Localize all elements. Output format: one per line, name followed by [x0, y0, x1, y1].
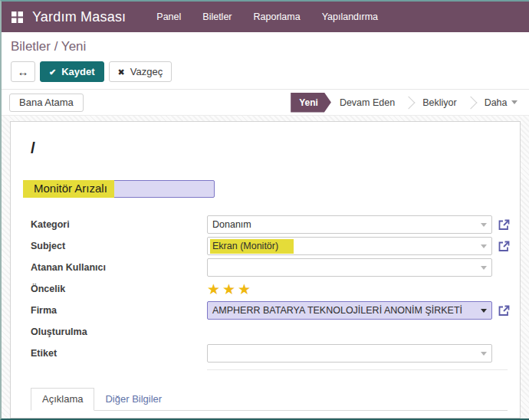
caret-down-icon	[481, 352, 487, 359]
field-row-oncelik: Öncelik	[31, 278, 508, 300]
external-link-icon[interactable]	[498, 304, 511, 317]
field-label-firma: Firma	[31, 305, 207, 316]
apps-grid-icon[interactable]	[12, 11, 23, 23]
etiket-select[interactable]	[207, 344, 492, 363]
field-row-etiket: Etiket	[31, 343, 508, 364]
field-label-olusturulma: Oluşturulma	[31, 326, 207, 337]
save-button[interactable]: Kaydet	[40, 61, 104, 82]
stage-more-label: Daha	[485, 97, 508, 108]
stage-pipeline: Yeni Devam Eden Bekliyor Daha	[291, 93, 526, 113]
caret-down-icon	[481, 244, 487, 251]
breadcrumb: Biletler / Yeni	[11, 39, 520, 54]
nav-item-raporlama[interactable]: Raporlama	[243, 2, 311, 31]
kategori-select[interactable]: Donanım	[207, 215, 492, 234]
ticket-display-name: /	[31, 139, 508, 157]
field-label-subject: Subject	[31, 241, 207, 251]
field-row-subject: Subject Ekran (Monitör)	[31, 235, 508, 257]
firma-select[interactable]: AMPHERR BATARYA TEKNOLOJİLERİ ANONİM ŞİR…	[207, 301, 492, 320]
assign-to-me-button[interactable]: Bana Atama	[9, 94, 84, 112]
arrows-h-icon	[18, 65, 29, 78]
nav-item-yapilandirma[interactable]: Yapılandırma	[311, 2, 389, 31]
caret-down-icon	[481, 309, 487, 316]
caret-down-icon	[511, 100, 518, 107]
field-label-oncelik: Öncelik	[31, 284, 207, 294]
expand-button[interactable]	[11, 61, 35, 82]
helpdesk-ticket-form-window: Yardım Masası Panel Biletler Raporlama Y…	[0, 0, 529, 420]
chevron-right-icon	[402, 96, 416, 109]
atanan-kullanici-select[interactable]	[207, 258, 492, 277]
field-row-kategori: Kategori Donanım	[31, 214, 508, 235]
chevron-right-icon	[464, 96, 477, 109]
field-label-etiket: Etiket	[31, 348, 207, 359]
star-icon[interactable]	[222, 282, 235, 297]
breadcrumb-current: Yeni	[61, 39, 86, 54]
discard-button[interactable]: Vazgeç	[109, 61, 172, 82]
tab-diger-bilgiler[interactable]: Diğer Bilgiler	[94, 389, 172, 410]
stage-more-dropdown[interactable]: Daha	[476, 97, 526, 108]
ticket-name-input[interactable]: Monitör Arızalı	[31, 180, 215, 198]
app-title[interactable]: Yardım Masası	[32, 9, 126, 25]
field-row-olusturulma: Oluşturulma	[31, 321, 508, 343]
star-icon[interactable]	[238, 282, 251, 297]
stage-bekliyor[interactable]: Bekliyor	[414, 97, 465, 108]
notebook-tab-strip: Açıklama Diğer Bilgiler	[31, 388, 508, 411]
nav-item-biletler[interactable]: Biletler	[192, 2, 242, 31]
save-button-label: Kaydet	[61, 66, 94, 77]
x-icon	[118, 66, 125, 77]
tab-aciklama[interactable]: Açıklama	[31, 388, 94, 411]
caret-down-icon	[481, 266, 487, 273]
action-button-row: Kaydet Vazgeç	[11, 61, 520, 82]
caret-down-icon	[481, 223, 487, 230]
kategori-value: Donanım	[212, 219, 251, 230]
firma-value: AMPHERR BATARYA TEKNOLOJİLERİ ANONİM ŞİR…	[212, 305, 462, 316]
field-group-separator	[207, 369, 508, 370]
check-icon	[49, 66, 56, 77]
star-icon[interactable]	[207, 282, 220, 297]
subject-select[interactable]: Ekran (Monitör)	[207, 237, 492, 255]
breadcrumb-separator: /	[54, 39, 58, 54]
nav-item-panel[interactable]: Panel	[146, 2, 192, 31]
top-navbar: Yardım Masası Panel Biletler Raporlama Y…	[2, 2, 529, 32]
field-row-firma: Firma AMPHERR BATARYA TEKNOLOJİLERİ ANON…	[31, 300, 508, 321]
field-label-kategori: Kategori	[31, 219, 207, 230]
external-link-icon[interactable]	[498, 240, 511, 253]
subject-value: Ekran (Monitör)	[210, 239, 294, 254]
field-label-atanan-kullanici: Atanan Kullanıcı	[31, 262, 207, 273]
stage-devam-eden[interactable]: Devam Eden	[331, 97, 403, 108]
field-row-atanan-kullanici: Atanan Kullanıcı	[31, 257, 508, 278]
ticket-name-value: Monitör Arızalı	[23, 180, 114, 198]
breadcrumb-parent[interactable]: Biletler	[11, 39, 51, 54]
ticket-form-sheet: / Monitör Arızalı Kategori Donanım	[10, 121, 521, 418]
stage-yeni[interactable]: Yeni	[291, 93, 331, 113]
external-link-icon[interactable]	[498, 218, 511, 231]
discard-button-label: Vazgeç	[130, 66, 163, 77]
statusbar: Bana Atama Yeni Devam Eden Bekliyor Daha	[2, 90, 529, 116]
form-view-background: / Monitör Arızalı Kategori Donanım	[2, 116, 529, 418]
control-panel: Biletler / Yeni Kaydet Vazgeç	[2, 32, 529, 90]
priority-widget	[207, 282, 251, 297]
